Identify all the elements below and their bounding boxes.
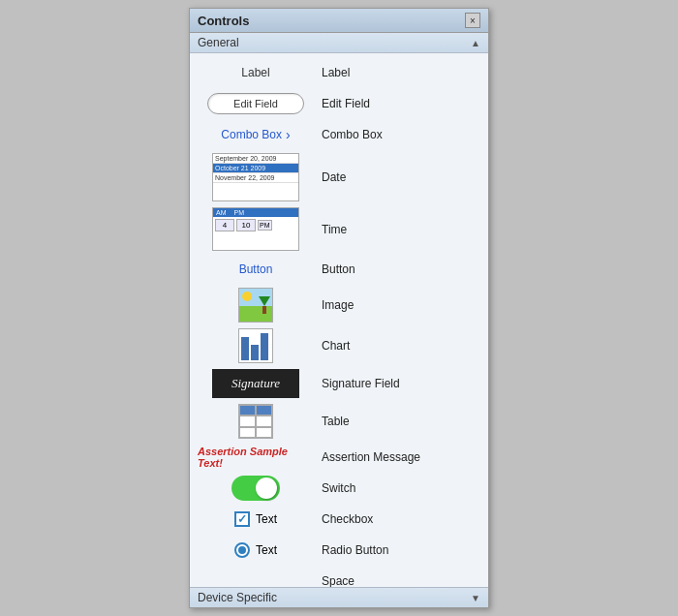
table-cell — [256, 427, 272, 438]
combobox-widget: Combo Box › — [221, 127, 290, 142]
radio-inner-dot — [238, 546, 246, 554]
control-label: Date — [314, 170, 480, 184]
time-hour: 4 — [215, 219, 234, 231]
controls-list: Label Label Edit Field Edit Field Combo … — [190, 53, 488, 587]
checkbox-preview: ✓ Text — [198, 511, 314, 527]
list-item[interactable]: Edit Field Edit Field — [190, 88, 488, 119]
panel-title: Controls — [198, 14, 249, 28]
editfield-preview: Edit Field — [198, 93, 314, 114]
list-item[interactable]: Label Label — [190, 57, 488, 88]
device-section-title: Device Specific — [198, 591, 277, 604]
label-preview-text: Label — [241, 66, 269, 79]
chart-bar — [241, 337, 249, 360]
time-ampm: PM — [258, 220, 272, 231]
control-label: Switch — [314, 481, 480, 495]
time-widget: AM PM 4 10 PM — [212, 207, 299, 251]
assertion-text: Assertion Sample Text! — [198, 446, 314, 469]
close-button[interactable]: × — [465, 13, 480, 28]
assertion-preview: Assertion Sample Text! — [198, 446, 314, 469]
combobox-label: Combo Box — [221, 128, 282, 141]
time-header: AM PM — [213, 208, 298, 217]
list-item[interactable]: ✓ Text Checkbox — [190, 504, 488, 535]
control-label: Assertion Message — [314, 450, 480, 464]
checkbox-box: ✓ — [234, 511, 250, 527]
signature-preview: Signature — [198, 369, 314, 398]
list-item[interactable]: Combo Box › Combo Box — [190, 119, 488, 150]
svg-point-2 — [242, 292, 252, 301]
svg-rect-4 — [262, 306, 266, 314]
control-label: Button — [314, 262, 480, 276]
time-am: AM — [216, 209, 227, 216]
table-preview — [198, 404, 314, 439]
label-preview: Label — [198, 66, 314, 79]
control-label: Chart — [314, 339, 480, 353]
control-label: Space — [314, 574, 480, 587]
table-cell-header — [256, 405, 272, 416]
control-label: Radio Button — [314, 543, 480, 557]
panel-header: Controls × — [190, 9, 488, 33]
date-row: November 22, 2009 — [213, 173, 298, 183]
radio-label: Text — [256, 543, 277, 557]
switch-thumb — [256, 477, 277, 499]
control-label: Signature Field — [314, 377, 480, 390]
date-preview: September 20, 2009 October 21 2009 Novem… — [198, 153, 314, 201]
time-minute: 10 — [236, 219, 256, 231]
editfield-widget: Edit Field — [207, 93, 304, 114]
list-item[interactable]: September 20, 2009 October 21 2009 Novem… — [190, 150, 488, 204]
table-widget — [238, 404, 273, 439]
list-item[interactable]: Switch — [190, 473, 488, 504]
combobox-preview: Combo Box › — [198, 127, 314, 142]
image-preview — [198, 288, 314, 323]
table-cell-header — [239, 405, 256, 416]
chart-bar — [251, 345, 259, 360]
controls-scroll-area[interactable]: Label Label Edit Field Edit Field Combo … — [190, 53, 488, 587]
signature-widget: Signature — [212, 369, 299, 398]
list-item[interactable]: Table — [190, 401, 488, 442]
button-widget: Button — [239, 262, 273, 276]
date-widget: September 20, 2009 October 21 2009 Novem… — [212, 153, 299, 201]
table-cell — [239, 416, 256, 426]
svg-rect-0 — [239, 306, 273, 323]
device-section-header: Device Specific ▼ — [190, 587, 488, 607]
control-label: Time — [314, 223, 480, 236]
list-item[interactable]: Space — [190, 566, 488, 587]
scroll-up-icon: ▲ — [471, 38, 480, 48]
chart-preview — [198, 328, 314, 363]
control-label: Table — [314, 415, 480, 428]
list-item[interactable]: Assertion Sample Text! Assertion Message — [190, 442, 488, 473]
list-item[interactable]: AM PM 4 10 PM Time — [190, 204, 488, 254]
radio-preview: Text — [198, 542, 314, 558]
list-item[interactable]: Signature Signature Field — [190, 366, 488, 401]
radio-circle — [234, 542, 250, 558]
image-svg — [239, 289, 273, 323]
general-section-title: General — [198, 36, 239, 49]
checkbox-widget: ✓ Text — [234, 511, 277, 527]
chart-widget — [238, 328, 273, 363]
image-widget — [238, 288, 273, 323]
list-item[interactable]: Chart — [190, 325, 488, 366]
switch-preview — [198, 476, 314, 501]
table-cell — [256, 416, 272, 426]
time-body: 4 10 PM — [213, 217, 298, 233]
list-item[interactable]: Button Button — [190, 254, 488, 285]
control-label: Checkbox — [314, 512, 480, 526]
time-pm: PM — [234, 209, 245, 216]
button-preview: Button — [198, 262, 314, 276]
checkbox-label: Text — [256, 512, 277, 526]
signature-text: Signature — [231, 376, 280, 391]
table-cell — [239, 427, 256, 438]
switch-widget — [231, 476, 280, 501]
control-label: Combo Box — [314, 128, 480, 141]
control-label: Edit Field — [314, 97, 480, 110]
radio-widget: Text — [234, 542, 277, 558]
list-item[interactable]: Image — [190, 285, 488, 325]
controls-panel: Controls × General ▲ Label Label Edit Fi… — [189, 8, 489, 608]
date-row: September 20, 2009 — [213, 154, 298, 164]
chevron-right-icon: › — [286, 127, 291, 142]
control-label: Label — [314, 66, 480, 79]
scroll-down-icon: ▼ — [471, 593, 480, 603]
list-item[interactable]: Text Radio Button — [190, 535, 488, 566]
time-preview: AM PM 4 10 PM — [198, 207, 314, 251]
chart-bar — [261, 333, 268, 360]
control-label: Image — [314, 298, 480, 312]
